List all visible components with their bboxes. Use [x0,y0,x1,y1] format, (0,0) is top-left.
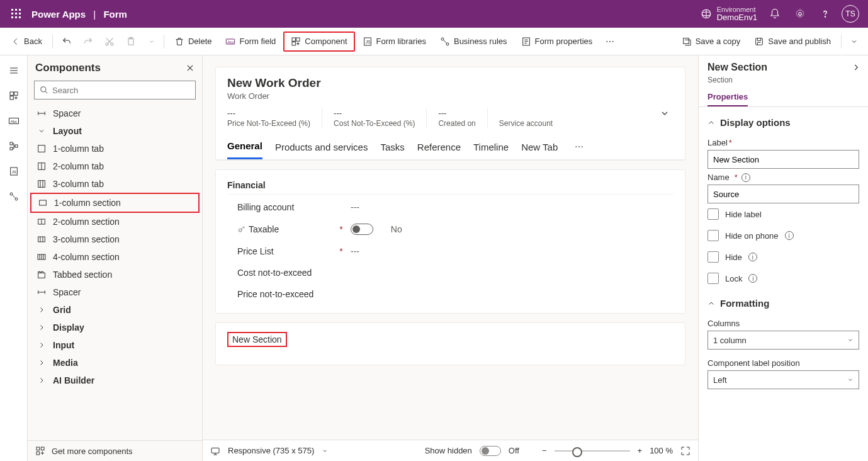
tab-properties[interactable]: Properties [707,88,748,106]
component-label: Component [305,37,347,46]
environment-picker[interactable]: Environment DemoEnv1 [701,6,762,22]
save-menu-button[interactable] [845,31,863,52]
chevron-down-icon[interactable] [322,448,328,454]
component-group[interactable]: Input [28,336,202,354]
name-input[interactable] [707,185,859,203]
zoom-slider[interactable] [555,450,630,452]
close-icon[interactable] [186,64,194,72]
paste-menu-button[interactable] [144,31,160,52]
section-financial[interactable]: Financial Billing account--- Taxable* No… [215,169,685,314]
component-item[interactable]: Spacer [28,105,202,122]
component-item[interactable]: 2-column tab [28,157,202,175]
form-field-row[interactable]: Cost not-to-exceed [227,260,674,282]
rail-components-icon[interactable] [3,84,25,107]
form-properties-button[interactable]: Form properties [515,31,599,52]
header-field[interactable]: ---Price Not-To-Exceed (%) [227,108,322,128]
component-item[interactable]: 3-column tab [28,175,202,193]
component-item[interactable]: Spacer [28,283,202,301]
form-tab[interactable]: Timeline [473,135,509,159]
paste-button[interactable] [121,31,141,52]
header-field[interactable]: ---Cost Not-To-Exceed (%) [322,108,426,128]
zoom-in-icon[interactable]: + [638,446,643,455]
lock-checkbox[interactable]: Locki [707,268,859,289]
form-field-row[interactable]: Price not-to-exceed [227,282,674,303]
component-item[interactable]: 1-column tab [28,140,202,157]
rail-rules-icon[interactable] [3,185,25,208]
form-tab[interactable]: Reference [417,135,461,159]
get-more-components-button[interactable]: Get more components [28,440,202,461]
component-group[interactable]: Grid [28,301,202,319]
notifications-icon[interactable] [762,0,787,28]
component-item[interactable]: 2-column section [28,213,202,230]
zoom-out-icon[interactable]: − [542,446,547,455]
user-avatar[interactable]: TS [838,0,863,28]
form-field-row[interactable]: Taxable* No [227,216,674,239]
component-group[interactable]: Media [28,354,202,372]
delete-button[interactable]: Delete [168,31,218,52]
header-expand-icon[interactable] [660,108,674,118]
rail-hamburger-icon[interactable] [3,59,25,82]
property-panel-expand-icon[interactable] [852,63,860,72]
svg-rect-3 [11,13,13,14]
component-item[interactable]: 4-column section [28,248,202,266]
viewport-label[interactable]: Responsive (735 x 575) [228,446,314,455]
form-field-row[interactable]: Price List*--- [227,239,674,260]
save-a-copy-button[interactable]: Save a copy [675,31,747,52]
business-rules-button[interactable]: Business rules [434,31,514,52]
toggle[interactable] [351,224,373,235]
clp-select[interactable]: Left [707,370,859,389]
undo-button[interactable] [57,31,77,52]
rail-tree-icon[interactable] [3,135,25,157]
info-icon[interactable]: i [785,231,794,240]
form-tabs-more-icon[interactable] [570,138,588,156]
section-display-options[interactable]: Display options [707,113,859,134]
svg-point-29 [609,40,611,42]
label-input[interactable] [707,150,859,169]
search-input[interactable] [52,86,190,95]
form-tab[interactable]: New Tab [521,135,558,159]
component-item[interactable]: 3-column section [28,230,202,248]
more-commands-button[interactable] [600,31,620,52]
rail-library-icon[interactable]: JS [3,160,25,183]
hide-label-checkbox[interactable]: Hide label [707,203,859,225]
show-hidden-toggle[interactable] [480,446,501,456]
svg-point-59 [582,146,583,147]
component-item[interactable]: Tabbed section [28,266,202,283]
svg-rect-33 [10,92,13,95]
settings-icon[interactable] [787,0,813,28]
rail-field-icon[interactable]: Abc [3,110,25,132]
back-button[interactable]: Back [5,31,48,52]
form-field-row[interactable]: Billing account--- [227,195,674,216]
info-icon[interactable]: i [748,253,757,261]
form-tab[interactable]: Products and services [275,135,368,159]
component-group[interactable]: AI Builder [28,372,202,389]
form-tab[interactable]: General [227,134,262,159]
info-icon[interactable]: i [748,274,757,283]
component-item[interactable]: 1-column section [30,193,200,213]
search-input-wrapper[interactable] [34,81,196,100]
environment-icon [701,8,712,20]
section-new[interactable]: New Section [215,322,685,365]
form-header-card[interactable]: New Work Order Work Order ---Price Not-T… [215,67,685,161]
section-formatting-label: Formatting [720,298,769,309]
header-field[interactable]: ---Created on [426,108,487,128]
info-icon[interactable]: i [741,173,750,182]
cut-button[interactable] [99,31,120,52]
viewport-icon[interactable] [210,446,220,456]
save-and-publish-button[interactable]: Save and publish [748,31,837,52]
form-field-button[interactable]: Abc Form field [219,31,282,52]
fit-icon[interactable] [680,446,690,456]
redo-button[interactable] [78,31,98,52]
component-group[interactable]: Layout [28,122,202,140]
section-formatting[interactable]: Formatting [707,294,859,315]
columns-select[interactable]: 1 column [707,331,859,350]
form-tab[interactable]: Tasks [380,135,404,159]
waffle-icon[interactable] [5,9,28,19]
help-icon[interactable] [813,0,838,28]
hide-on-phone-checkbox[interactable]: Hide on phonei [707,225,859,246]
hide-checkbox[interactable]: Hidei [707,246,859,268]
component-group[interactable]: Display [28,319,202,336]
component-button[interactable]: Component [283,31,354,52]
header-field[interactable]: Service account [487,108,564,128]
form-libraries-button[interactable]: JS Form libraries [356,31,432,52]
